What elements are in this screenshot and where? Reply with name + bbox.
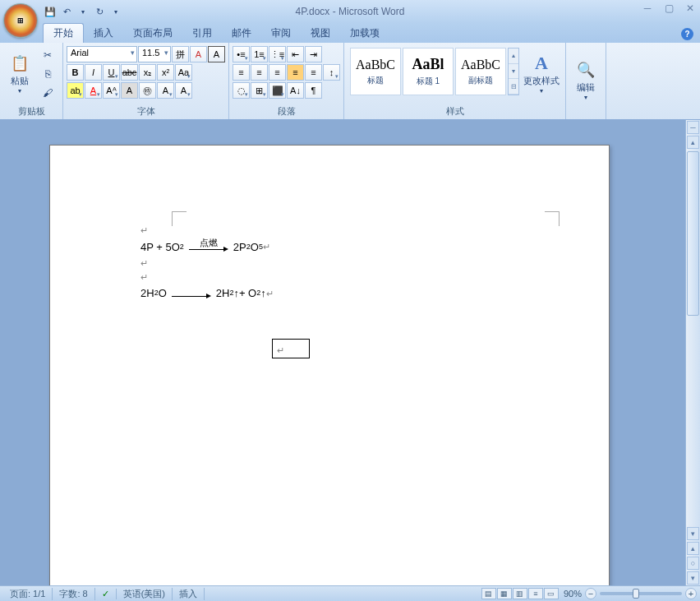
- char-border-button[interactable]: A: [208, 46, 225, 62]
- text-box-shape[interactable]: ↵: [272, 339, 310, 358]
- tab-mailings[interactable]: 邮件: [222, 24, 261, 43]
- bg-button[interactable]: ⬛: [269, 82, 286, 99]
- prev-page-button[interactable]: ▴: [687, 542, 699, 555]
- document-content[interactable]: ↵ 4P + 5O2 点燃 2P2O5 ↵ ↵ ↵ 2H2O 2H2↑+ O2 …: [140, 224, 274, 303]
- qat-customize-icon[interactable]: ▾: [108, 4, 123, 19]
- style-subtitle[interactable]: AaBbC副标题: [455, 48, 506, 95]
- italic-button[interactable]: I: [85, 64, 102, 81]
- office-button[interactable]: ⊞: [3, 3, 38, 38]
- bold-button[interactable]: B: [67, 64, 84, 81]
- tab-addins[interactable]: 加载项: [340, 24, 389, 43]
- change-styles-button[interactable]: A 更改样式▾: [521, 44, 562, 104]
- maximize-button[interactable]: ▢: [661, 2, 676, 14]
- line-spacing-button[interactable]: ↕: [323, 64, 340, 81]
- copy-button[interactable]: ⎘: [39, 67, 56, 81]
- app-name: Microsoft Word: [338, 6, 404, 17]
- outline-view[interactable]: ≡: [528, 588, 543, 599]
- scroll-up-button[interactable]: ▴: [687, 136, 699, 149]
- tab-review[interactable]: 审阅: [261, 24, 301, 43]
- font-size-combo[interactable]: 11.5: [138, 46, 171, 62]
- font-name-combo[interactable]: Arial: [67, 46, 137, 62]
- strikethrough-button[interactable]: abc: [121, 64, 138, 81]
- browse-object-button[interactable]: ○: [687, 557, 699, 570]
- shading-button[interactable]: ◌: [233, 82, 250, 99]
- borders-button[interactable]: ⊞: [251, 82, 268, 99]
- style-heading[interactable]: AaBbC标题: [350, 48, 401, 95]
- clear-format-button[interactable]: A: [190, 46, 207, 62]
- tab-references[interactable]: 引用: [182, 24, 222, 43]
- zoom-slider[interactable]: [600, 592, 682, 595]
- web-layout-view[interactable]: ▥: [513, 588, 527, 599]
- status-proofing[interactable]: ✓: [95, 589, 117, 599]
- scroll-down-button[interactable]: ▾: [687, 527, 699, 540]
- big-a-button[interactable]: A: [157, 82, 174, 99]
- tab-view[interactable]: 视图: [301, 24, 340, 43]
- underline-button[interactable]: U: [103, 64, 120, 81]
- superscript-button[interactable]: x²: [157, 64, 174, 81]
- status-insert-mode[interactable]: 插入: [173, 588, 205, 600]
- numbering-button[interactable]: 1≡: [251, 46, 268, 62]
- undo-icon[interactable]: ↶: [59, 4, 74, 19]
- format-painter-button[interactable]: 🖌: [39, 86, 56, 100]
- styles-down-button[interactable]: ▾: [509, 64, 518, 80]
- status-page[interactable]: 页面: 1/1: [3, 588, 53, 600]
- undo-more-icon[interactable]: ▾: [76, 4, 90, 19]
- zoom-out-button[interactable]: −: [585, 588, 596, 599]
- group-paragraph: •≡ 1≡ ⋮≡ ⇤ ⇥ ≡ ≡ ≡ ≡ ≡ ↕ ◌ ⊞ ⬛ A↓ ¶: [229, 43, 344, 119]
- tab-insert[interactable]: 插入: [84, 24, 123, 43]
- document-viewport[interactable]: ↵ 4P + 5O2 点燃 2P2O5 ↵ ↵ ↵ 2H2O 2H2↑+ O2 …: [0, 120, 685, 585]
- shrink-font-button[interactable]: A: [175, 82, 192, 99]
- para-mark: ↵: [140, 257, 274, 270]
- fullscreen-view[interactable]: ▦: [497, 588, 512, 599]
- status-wordcount[interactable]: 字数: 8: [53, 588, 94, 600]
- scrollbar-track[interactable]: [686, 150, 700, 526]
- next-page-button[interactable]: ▾: [687, 571, 699, 585]
- char-shading-button[interactable]: A: [121, 82, 138, 99]
- print-layout-view[interactable]: ▤: [481, 588, 496, 599]
- align-center-button[interactable]: ≡: [251, 64, 268, 81]
- draft-view[interactable]: ▭: [544, 588, 559, 599]
- group-label-clipboard: 剪贴板: [3, 104, 59, 119]
- status-language[interactable]: 英语(美国): [117, 588, 173, 600]
- zoom-thumb[interactable]: [633, 589, 639, 599]
- vertical-scrollbar[interactable]: ─ ▴ ▾ ▴ ○ ▾: [685, 120, 700, 585]
- phonetic-guide-button[interactable]: 拼: [172, 46, 189, 62]
- paste-button[interactable]: 📋 粘贴 ▾: [3, 44, 36, 104]
- tab-layout[interactable]: 页面布局: [123, 24, 182, 43]
- scroll-split-icon[interactable]: ─: [687, 121, 699, 134]
- zoom-in-button[interactable]: +: [685, 588, 697, 599]
- highlight-button[interactable]: ab: [67, 82, 84, 99]
- align-right-button[interactable]: ≡: [269, 64, 286, 81]
- scrollbar-thumb[interactable]: [687, 151, 699, 316]
- help-icon[interactable]: ?: [681, 28, 693, 40]
- zoom-level[interactable]: 90%: [564, 589, 582, 599]
- enclosed-char-button[interactable]: ㊕: [139, 82, 156, 99]
- bullets-button[interactable]: •≡: [233, 46, 250, 62]
- sort-button[interactable]: A↓: [287, 82, 304, 99]
- show-marks-button[interactable]: ¶: [305, 82, 322, 99]
- align-left-button[interactable]: ≡: [233, 64, 250, 81]
- decrease-indent-button[interactable]: ⇤: [287, 46, 304, 62]
- close-button[interactable]: ✕: [683, 2, 698, 14]
- tab-home[interactable]: 开始: [43, 23, 84, 43]
- subscript-button[interactable]: x₂: [139, 64, 156, 81]
- styles-up-button[interactable]: ▴: [509, 49, 518, 64]
- window-controls: ─ ▢ ✕: [640, 2, 698, 14]
- save-icon[interactable]: 💾: [43, 4, 58, 19]
- style-heading1[interactable]: AaBl标题 1: [403, 48, 454, 95]
- font-color-button[interactable]: A: [85, 82, 102, 99]
- increase-indent-button[interactable]: ⇥: [305, 46, 322, 62]
- redo-icon[interactable]: ↻: [92, 4, 107, 19]
- minimize-button[interactable]: ─: [640, 2, 655, 14]
- equation-1: 4P + 5O2 点燃 2P2O5 ↵: [140, 239, 274, 256]
- styles-more-button[interactable]: ⊟: [509, 79, 518, 95]
- justify-button[interactable]: ≡: [287, 64, 304, 81]
- grow-font-button[interactable]: Aᴬ: [103, 82, 120, 99]
- change-case-button[interactable]: Aa: [175, 64, 192, 81]
- find-icon: 🔍: [576, 60, 596, 80]
- styles-gallery: AaBbC标题 AaBl标题 1 AaBbC副标题 ▴ ▾ ⊟: [348, 44, 521, 99]
- find-button[interactable]: 🔍 编辑▾: [569, 44, 602, 116]
- cut-button[interactable]: ✂: [39, 48, 56, 62]
- multilevel-button[interactable]: ⋮≡: [269, 46, 286, 62]
- distribute-button[interactable]: ≡: [305, 64, 322, 81]
